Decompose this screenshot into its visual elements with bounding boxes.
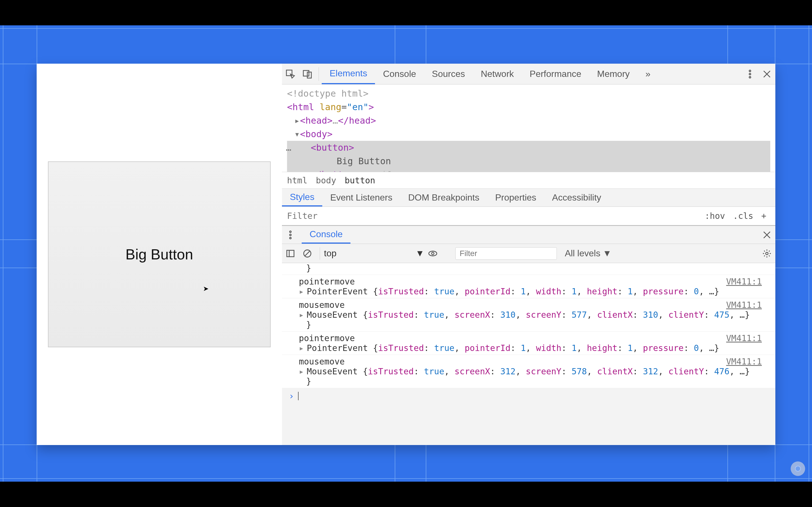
clear-console-icon[interactable] [299, 245, 316, 262]
drawer-tab-console[interactable]: Console [302, 226, 350, 244]
console-prompt[interactable]: › [282, 388, 775, 404]
svg-point-13 [429, 251, 437, 256]
tab-console[interactable]: Console [375, 64, 424, 84]
tab-elements[interactable]: Elements [322, 64, 375, 84]
slide-background: Big Button ➤ Elements Console [0, 25, 812, 482]
svg-point-4 [749, 73, 751, 75]
svg-point-3 [749, 70, 751, 71]
big-button[interactable]: Big Button [48, 161, 271, 347]
dom-selected-node[interactable]: …<button> [287, 141, 770, 154]
page-viewport: Big Button [37, 64, 282, 445]
devtools-tabs: Elements Console Sources Network Perform… [322, 64, 658, 84]
devtools-toolbar: Elements Console Sources Network Perform… [282, 64, 775, 84]
context-selector[interactable]: top▼ [324, 248, 424, 259]
devtools-panel: Elements Console Sources Network Perform… [282, 64, 775, 445]
console-settings-icon[interactable] [758, 245, 775, 262]
new-style-rule-button[interactable]: + [757, 211, 770, 221]
dom-breadcrumb[interactable]: html body button [282, 172, 775, 189]
device-toggle-icon[interactable] [299, 66, 316, 82]
log-levels-selector[interactable]: All levels▼ [565, 248, 612, 259]
console-log[interactable]: } pointermoveVM411:1▸PointerEvent {isTru… [282, 263, 775, 388]
elements-subtabs: Styles Event Listeners DOM Breakpoints P… [282, 189, 775, 207]
subtab-event-listeners[interactable]: Event Listeners [322, 189, 400, 207]
svg-rect-0 [287, 70, 292, 75]
chrome-logo-icon [790, 461, 806, 476]
styles-filter-input[interactable] [287, 211, 701, 221]
close-devtools-icon[interactable] [758, 66, 775, 82]
cls-toggle[interactable]: .cls [729, 211, 757, 221]
subtab-accessibility[interactable]: Accessibility [544, 189, 609, 207]
hov-toggle[interactable]: :hov [701, 211, 729, 221]
svg-rect-1 [303, 70, 309, 76]
svg-point-6 [290, 231, 291, 232]
tab-network[interactable]: Network [473, 64, 522, 84]
subtab-styles[interactable]: Styles [282, 189, 322, 207]
inspect-icon[interactable] [282, 66, 299, 82]
svg-rect-9 [287, 250, 294, 257]
tab-sources[interactable]: Sources [424, 64, 473, 84]
drawer-close-icon[interactable] [758, 226, 775, 243]
tab-performance[interactable]: Performance [522, 64, 589, 84]
drawer-menu-icon[interactable] [282, 226, 299, 243]
svg-point-7 [290, 234, 291, 236]
tabs-overflow[interactable]: » [638, 64, 658, 84]
browser-window: Big Button ➤ Elements Console [37, 64, 775, 445]
dom-tree[interactable]: <!doctype html> <html lang="en"> ▸<head>… [282, 84, 775, 172]
svg-point-18 [796, 466, 800, 471]
svg-point-5 [749, 76, 751, 78]
svg-point-15 [766, 252, 768, 255]
live-expression-icon[interactable] [424, 245, 441, 262]
console-drawer: Console [282, 225, 775, 404]
svg-point-14 [432, 252, 434, 255]
console-sidebar-toggle-icon[interactable] [282, 245, 299, 262]
subtab-dom-breakpoints[interactable]: DOM Breakpoints [400, 189, 488, 207]
tab-memory[interactable]: Memory [589, 64, 638, 84]
svg-point-8 [290, 237, 291, 239]
subtab-properties[interactable]: Properties [487, 189, 544, 207]
kebab-menu-icon[interactable] [742, 66, 758, 82]
svg-line-12 [305, 251, 310, 256]
console-filter-input[interactable] [455, 247, 557, 260]
